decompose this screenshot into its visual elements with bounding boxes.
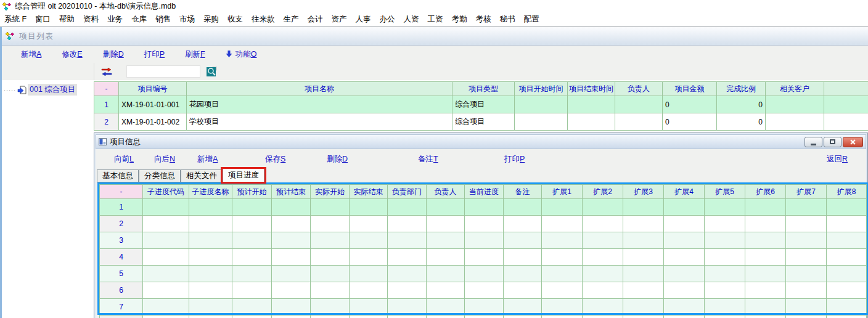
grid-cell[interactable] <box>189 282 232 299</box>
column-header[interactable]: 扩展4 <box>664 185 705 199</box>
column-header[interactable]: 预计开始 <box>232 185 272 199</box>
grid-cell[interactable] <box>568 96 615 113</box>
column-header[interactable]: 当前进度 <box>465 185 504 199</box>
tab-1[interactable]: 分类信息 <box>139 169 181 182</box>
column-header[interactable]: 扩展6 <box>745 185 786 199</box>
column-header[interactable] <box>824 82 868 96</box>
grid-cell[interactable] <box>824 113 868 131</box>
grid-cell[interactable] <box>583 266 623 282</box>
grid-cell[interactable] <box>745 316 786 318</box>
grid-cell[interactable] <box>542 199 583 216</box>
grid-cell[interactable] <box>542 316 583 318</box>
search-input[interactable] <box>126 65 200 78</box>
grid-cell[interactable] <box>427 249 465 266</box>
grid-cell[interactable] <box>623 282 664 299</box>
grid-cell[interactable] <box>664 266 705 282</box>
grid-cell[interactable] <box>786 266 827 282</box>
grid-cell[interactable] <box>766 96 824 113</box>
column-header[interactable]: 项目名称 <box>187 82 452 96</box>
grid-cell[interactable] <box>504 282 542 299</box>
grid-cell[interactable] <box>827 216 867 232</box>
row-selector-header[interactable]: - <box>94 82 119 96</box>
grid-cell[interactable] <box>272 216 311 232</box>
dialog-add-button[interactable]: 新增A <box>197 154 218 165</box>
menu-item-0[interactable]: 系统 F <box>0 14 31 25</box>
grid-cell[interactable] <box>232 216 272 232</box>
grid-cell[interactable] <box>232 316 272 318</box>
grid-cell[interactable] <box>189 216 232 232</box>
dialog-print-button[interactable]: 打印P <box>504 154 525 165</box>
grid-cell[interactable] <box>664 316 705 318</box>
grid-cell[interactable]: 花园项目 <box>187 96 452 113</box>
grid-cell[interactable] <box>542 232 583 249</box>
grid-cell[interactable] <box>311 266 350 282</box>
grid-cell[interactable] <box>827 232 867 249</box>
grid-cell[interactable] <box>427 282 465 299</box>
grid-cell[interactable] <box>427 199 465 216</box>
grid-cell[interactable] <box>623 232 664 249</box>
grid-cell[interactable] <box>388 249 427 266</box>
row-number[interactable]: 1 <box>94 96 119 113</box>
grid-cell[interactable] <box>583 199 623 216</box>
column-header[interactable]: 完成比例 <box>717 82 766 96</box>
grid-cell[interactable] <box>232 266 272 282</box>
grid-cell[interactable] <box>143 199 189 216</box>
grid-cell[interactable] <box>515 96 568 113</box>
grid-cell[interactable] <box>583 216 623 232</box>
grid-cell[interactable] <box>388 216 427 232</box>
grid-cell[interactable] <box>427 266 465 282</box>
grid-cell[interactable] <box>827 282 867 299</box>
grid-cell[interactable] <box>427 216 465 232</box>
column-header[interactable]: 项目类型 <box>452 82 515 96</box>
grid-cell[interactable]: XM-19-01-01-002 <box>119 113 187 131</box>
menu-item-8[interactable]: 采购 <box>199 14 223 25</box>
menu-item-7[interactable]: 市场 <box>175 14 199 25</box>
grid-cell[interactable] <box>664 282 705 299</box>
grid-cell[interactable] <box>232 199 272 216</box>
grid-cell[interactable] <box>705 249 745 266</box>
column-header[interactable]: 扩展2 <box>583 185 623 199</box>
grid-cell[interactable] <box>272 232 311 249</box>
grid-cell[interactable] <box>623 316 664 318</box>
grid-cell[interactable] <box>623 199 664 216</box>
row-selector-header[interactable]: - <box>100 185 143 199</box>
refresh-button[interactable]: 刷新F <box>185 49 205 60</box>
grid-cell[interactable] <box>311 216 350 232</box>
note-button[interactable]: 备注T <box>418 154 438 165</box>
grid-cell[interactable] <box>827 266 867 282</box>
column-header[interactable]: 负责部门 <box>388 185 427 199</box>
grid-cell[interactable] <box>786 249 827 266</box>
grid-cell[interactable] <box>705 316 745 318</box>
grid-cell[interactable] <box>427 316 465 318</box>
grid-cell[interactable] <box>311 282 350 299</box>
grid-cell[interactable] <box>623 266 664 282</box>
row-number[interactable]: 6 <box>100 282 143 299</box>
column-header[interactable]: 负责人 <box>615 82 663 96</box>
grid-cell[interactable]: 0 <box>663 96 717 113</box>
close-button[interactable] <box>843 137 863 147</box>
row-number[interactable]: 5 <box>100 266 143 282</box>
menu-item-20[interactable]: 秘书 <box>496 14 520 25</box>
grid-cell[interactable] <box>272 282 311 299</box>
swap-arrows-icon[interactable] <box>100 68 113 76</box>
search-icon[interactable] <box>206 66 218 77</box>
grid-cell[interactable] <box>786 316 827 318</box>
grid-cell[interactable] <box>465 249 504 266</box>
grid-cell[interactable] <box>311 232 350 249</box>
row-number[interactable]: 3 <box>100 232 143 249</box>
column-header[interactable]: 相关客户 <box>766 82 824 96</box>
menu-item-10[interactable]: 往来款 <box>247 14 279 25</box>
grid-cell[interactable] <box>143 266 189 282</box>
menu-item-6[interactable]: 销售 <box>151 14 175 25</box>
grid-cell[interactable] <box>350 266 388 282</box>
grid-cell[interactable] <box>664 216 705 232</box>
grid-cell[interactable] <box>766 113 824 131</box>
menu-item-16[interactable]: 人资 <box>399 14 424 25</box>
grid-cell[interactable] <box>745 266 786 282</box>
grid-cell[interactable] <box>465 282 504 299</box>
grid-cell[interactable] <box>615 96 663 113</box>
row-number[interactable]: 1 <box>100 199 143 216</box>
grid-cell[interactable] <box>388 266 427 282</box>
row-number[interactable]: 4 <box>100 249 143 266</box>
grid-cell[interactable] <box>189 266 232 282</box>
